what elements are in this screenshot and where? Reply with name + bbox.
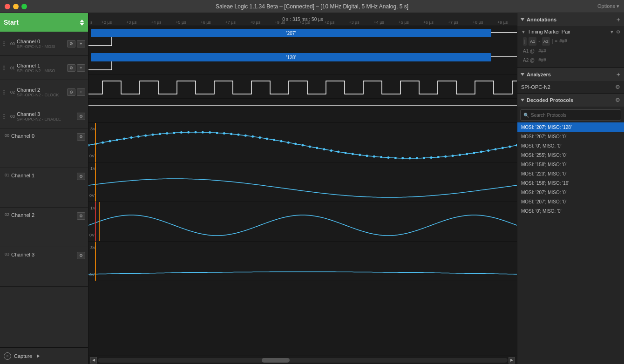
waveform-row-digital-3	[88, 99, 517, 123]
analyzers-content: SPI-OPC-N2 ⚙	[517, 81, 624, 93]
svg-point-43	[394, 157, 397, 159]
protocol-item-5[interactable]: MOSI: '223'; MISO: '0'	[517, 169, 624, 178]
scroll-left-button[interactable]: ◀	[90, 357, 97, 364]
digital-channel-row-0: 00 Channel 0 SPI-OPC-N2 - MOSI ⚙ +	[0, 32, 88, 56]
decoded-collapse-icon[interactable]	[521, 99, 524, 101]
annotations-header: Annotations +	[517, 13, 624, 26]
analog-waveform-3	[88, 242, 517, 281]
analog-channel-label-0: Channel 0	[11, 133, 77, 139]
add-icon-2[interactable]: +	[77, 88, 85, 96]
channel-info-1: Channel 1 SPI-OPC-N2 - MISO	[17, 63, 67, 73]
protocol-item-4[interactable]: MOSI: '158'; MISO: '0'	[517, 160, 624, 169]
annotations-collapse-icon[interactable]	[521, 18, 524, 21]
analyzer-gear-icon[interactable]: ⚙	[615, 84, 620, 90]
tick-r3: +3 µs	[342, 20, 366, 25]
a1-label: A1 @	[523, 47, 535, 55]
separator-bar: |	[523, 37, 527, 46]
analog-channel-info-3: Channel 3	[11, 252, 77, 257]
svg-point-58	[502, 147, 504, 149]
timing-marker-orange-a3	[95, 242, 96, 281]
svg-point-16	[202, 131, 204, 134]
protocol-item-7[interactable]: MOSI: '207'; MISO: '0'	[517, 188, 624, 197]
time-header: 0 s : 315 ms : 50 µs s +2 µs +3 µs +4 µs…	[88, 13, 517, 26]
a2-val: ###	[538, 56, 546, 65]
digital-waveform-2	[88, 74, 517, 98]
protocol-item-3[interactable]: MOSI: '255'; MISO: '0'	[517, 150, 624, 160]
start-button[interactable]: Start	[0, 13, 88, 32]
dash-sep: -	[538, 37, 540, 46]
svg-point-15	[195, 131, 197, 134]
channel-label-1: Channel 1	[17, 63, 67, 68]
search-input[interactable]	[531, 113, 618, 118]
svg-point-13	[180, 131, 183, 134]
digital-channel-row-2: 02 Channel 2 SPI-OPC-N2 - CLOCK ⚙ +	[0, 80, 88, 104]
annotations-add-button[interactable]: +	[617, 16, 620, 23]
tick-l2: +3 µs	[119, 20, 144, 25]
svg-point-57	[495, 148, 497, 150]
channel-info-2: Channel 2 SPI-OPC-N2 - CLOCK	[17, 87, 67, 97]
maximize-button[interactable]	[21, 4, 27, 9]
analog-dots-0	[88, 123, 517, 162]
timing-row-a2: A2 @ ###	[523, 56, 620, 65]
protocol-item-8[interactable]: MOSI: '207'; MISO: '0'	[517, 197, 624, 206]
channel-icons-1: ⚙ +	[67, 64, 85, 72]
analyzers-add-button[interactable]: +	[617, 71, 620, 78]
analog-channel-row-2: 02 Channel 2 ⚙	[0, 208, 88, 247]
settings-icon-0[interactable]: ⚙	[67, 40, 75, 47]
channel-num-2: 02	[8, 90, 15, 94]
settings-icon-2[interactable]: ⚙	[67, 88, 75, 96]
scrollbar-track[interactable]	[98, 358, 508, 363]
svg-point-51	[452, 155, 454, 157]
tick-r6: +6 µs	[416, 20, 441, 25]
protocol-item-0[interactable]: MOSI: '207'; MISO: '128'	[517, 122, 624, 132]
svg-point-29	[294, 143, 297, 145]
analog-settings-icon-1[interactable]: ⚙	[77, 173, 85, 180]
timing-marker-red	[95, 202, 96, 241]
svg-point-28	[287, 142, 290, 144]
analog-waveform-2	[88, 202, 517, 242]
search-box[interactable]: 🔍	[520, 109, 621, 121]
window-title: Saleae Logic 1.1.34 Beta – [Connected] –…	[216, 3, 408, 10]
channel-num-0: 00	[8, 41, 15, 46]
close-button[interactable]	[5, 4, 10, 9]
svg-point-37	[352, 153, 354, 155]
protocol-item-6[interactable]: MOSI: '158'; MISO: '16'	[517, 178, 624, 188]
annotation-bar-207: '207'	[91, 29, 491, 37]
timing-gear-icon[interactable]: ⚙	[616, 29, 620, 34]
protocol-item-2[interactable]: MOSI: '0'; MISO: '0'	[517, 141, 624, 150]
svg-point-47	[423, 157, 425, 159]
analyzers-collapse-icon[interactable]	[521, 73, 524, 76]
protocol-item-1[interactable]: MOSI: '207'; MISO: '0'	[517, 132, 624, 141]
svg-point-30	[302, 144, 304, 147]
timing-marker-orange-a2	[99, 202, 100, 241]
time-ticks: s +2 µs +3 µs +4 µs +5 µs +6 µs +7 µs +8…	[88, 20, 517, 25]
analog-settings-icon-0[interactable]: ⚙	[77, 133, 85, 141]
add-icon-0[interactable]: +	[77, 40, 85, 47]
add-icon-1[interactable]: +	[77, 64, 85, 72]
svg-point-59	[509, 145, 511, 148]
capture-label[interactable]: Capture	[14, 353, 32, 359]
decoded-gear-icon[interactable]: ⚙	[615, 97, 620, 103]
svg-point-27	[280, 140, 283, 142]
scroll-right-button[interactable]: ▶	[509, 357, 515, 364]
options-button[interactable]: Options ▾	[597, 3, 619, 9]
settings-icon-1[interactable]: ⚙	[67, 64, 75, 72]
timing-filter-icon[interactable]: ▼	[610, 29, 614, 34]
tick-l5: +6 µs	[193, 20, 218, 25]
analog-settings-icon-3[interactable]: ⚙	[77, 252, 85, 259]
capture-expand-icon[interactable]	[37, 354, 40, 358]
waveform-rows: '207' '128'	[88, 26, 517, 356]
minimize-button[interactable]	[13, 4, 19, 9]
svg-point-6	[130, 136, 133, 139]
svg-point-34	[330, 149, 332, 152]
analog-waveform-1	[88, 162, 517, 202]
analog-channel-info-0: Channel 0	[11, 133, 77, 139]
analog-settings-icon-2[interactable]: ⚙	[77, 212, 85, 220]
settings-icon-3[interactable]: ⚙	[77, 113, 85, 120]
analyzer-name: SPI-OPC-N2	[521, 84, 550, 90]
scrollbar-thumb[interactable]	[262, 358, 290, 363]
analog-channel-num-1: 01	[3, 173, 9, 177]
svg-point-3	[109, 140, 111, 142]
analog-channel-row-3: 03 Channel 3 ⚙	[0, 247, 88, 287]
protocol-item-9[interactable]: MOSI: '0'; MISO: '0'	[517, 206, 624, 216]
